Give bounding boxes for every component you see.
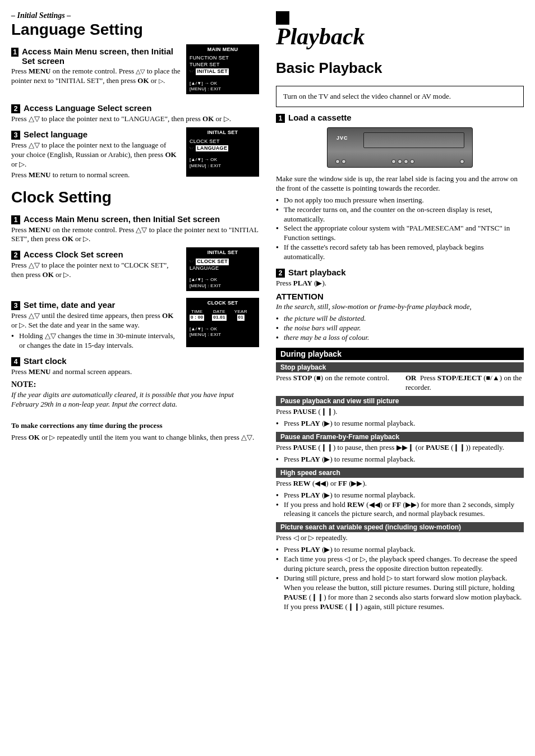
list-item: The recorder turns on, and the counter o… bbox=[276, 205, 524, 224]
corrections-heading: To make corrections any time during the … bbox=[11, 421, 259, 431]
step-number: 1 bbox=[276, 114, 285, 123]
attention-lead: In the search, still, slow-motion or fra… bbox=[276, 302, 524, 312]
step-title: Access Main Menu screen, then Initial Se… bbox=[22, 47, 181, 66]
step-title: Access Clock Set screen bbox=[24, 250, 123, 259]
heading-clock-setting: Clock Setting bbox=[11, 189, 259, 206]
section-marker-icon bbox=[276, 11, 289, 25]
vcr-illustration: JVC bbox=[327, 127, 473, 168]
step-title: Access Language Select screen bbox=[24, 103, 151, 113]
step-body: Press △▽ until the desired time appears,… bbox=[11, 311, 181, 330]
step-body: Press MENU and normal screen appears. bbox=[11, 367, 259, 377]
step-number: 3 bbox=[11, 131, 20, 140]
sub-bar: Picture search at variable speed (includ… bbox=[276, 522, 524, 532]
step-number: 2 bbox=[276, 269, 285, 278]
list-item: the picture will be distorted. bbox=[276, 314, 524, 324]
step-body: Make sure the window side is up, the rea… bbox=[276, 174, 524, 193]
body: Press REW (◀◀) or FF (▶▶). bbox=[276, 479, 524, 488]
left-column: – Initial Settings – Language Setting 1 … bbox=[11, 11, 259, 613]
step-title: Access Main Menu screen, then Initial Se… bbox=[24, 214, 220, 224]
body: Press ◁ or ▷ repeatedly. bbox=[276, 533, 524, 543]
step-title: Select language bbox=[24, 130, 87, 139]
note-body: If the year digits are automatically cle… bbox=[11, 390, 259, 409]
osd-initial-set-2: INITIAL SET ☞CLOCK SET LANGUAGE [▲/▼] → … bbox=[186, 247, 259, 291]
step-number: 4 bbox=[11, 357, 20, 366]
attention-heading: ATTENTION bbox=[276, 292, 524, 301]
step-number: 1 bbox=[11, 48, 19, 57]
info-box: Turn on the TV and select the video chan… bbox=[276, 86, 524, 107]
osd-clock-set: CLOCK SET TIME0 : 00 DATE01.01 YEAR01 [▲… bbox=[186, 298, 259, 347]
pointer-icon: ☞ bbox=[190, 145, 194, 152]
step-number: 2 bbox=[11, 251, 20, 260]
step-body: Press PLAY (▶). bbox=[276, 279, 524, 288]
list-item: Press PLAY (▶) to resume normal playback… bbox=[276, 491, 524, 500]
list-item: If you press and hold REW (◀◀) or FF (▶▶… bbox=[276, 500, 524, 519]
body: Press PAUSE (❙❙). bbox=[276, 407, 524, 417]
step-body: Press MENU on the remote control. Press … bbox=[11, 67, 181, 86]
list-item: Each time you press ◁ or ▷, the playback… bbox=[276, 555, 524, 574]
step-number: 1 bbox=[11, 215, 20, 224]
updown-icon: △▽ bbox=[136, 67, 145, 75]
step-number: 3 bbox=[11, 301, 20, 310]
step-title: Load a cassette bbox=[288, 113, 352, 122]
note-heading: NOTE: bbox=[11, 380, 259, 389]
heading-playback: Playback bbox=[276, 25, 524, 48]
step-title: Set time, date and year bbox=[24, 300, 115, 310]
list-item: Press PLAY (▶) to resume normal playback… bbox=[276, 545, 524, 555]
sub-bar: Pause and Frame-by-Frame playback bbox=[276, 432, 524, 442]
pointer-icon: ☞ bbox=[190, 259, 194, 265]
list-item: Do not apply too much pressure when inse… bbox=[276, 196, 524, 205]
sub-bar: High speed search bbox=[276, 468, 524, 478]
corrections-body: Press OK or ▷ repeatedly until the item … bbox=[11, 433, 259, 442]
heading-basic-playback: Basic Playback bbox=[276, 59, 524, 77]
osd-initial-set: INITIAL SET CLOCK SET ☞LANGUAGE [▲/▼] → … bbox=[186, 127, 259, 177]
step-title: Start clock bbox=[24, 356, 67, 366]
step-body: Press MENU to return to normal screen. bbox=[11, 170, 181, 180]
list-item: During still picture, press and hold ▷ t… bbox=[276, 574, 524, 612]
body: Press PAUSE (❙❙) to pause, then press ▶▶… bbox=[276, 443, 524, 453]
section-bar: During playback bbox=[276, 348, 524, 360]
step-body: Press △▽ to place the pointer next to "C… bbox=[11, 261, 181, 280]
list-item: Holding △▽ changes the time in 30-minute… bbox=[11, 331, 181, 351]
list-item: Select the appropriate colour system wit… bbox=[276, 224, 524, 243]
step-body: Press △▽ to place the pointer next to th… bbox=[11, 141, 181, 169]
breadcrumb: – Initial Settings – bbox=[11, 11, 259, 20]
list-item: If the cassette's record safety tab has … bbox=[276, 243, 524, 262]
step-body: Press MENU on the remote control. Press … bbox=[11, 225, 259, 245]
right-column: Playback Basic Playback Turn on the TV a… bbox=[276, 11, 524, 613]
heading-language-setting: Language Setting bbox=[11, 21, 259, 39]
step-body: Press △▽ to place the pointer next to "L… bbox=[11, 114, 259, 124]
body: OR Press STOP/EJECT (■/▲) on the recorde… bbox=[405, 374, 524, 393]
osd-main-menu: MAIN MENU FUNCTION SET TUNER SET ☞INITIA… bbox=[186, 44, 259, 95]
list-item: Press PLAY (▶) to resume normal playback… bbox=[276, 419, 524, 428]
pointer-icon: ☞ bbox=[190, 68, 194, 75]
list-item: the noise bars will appear. bbox=[276, 324, 524, 333]
right-icon: ▷ bbox=[159, 77, 163, 85]
list-item: there may be a loss of colour. bbox=[276, 333, 524, 343]
sub-bar: Pause playback and view still picture bbox=[276, 396, 524, 406]
step-number: 2 bbox=[11, 104, 20, 113]
sub-bar: Stop playback bbox=[276, 362, 524, 372]
step-title: Start playback bbox=[288, 268, 346, 277]
body: Press STOP (■) on the remote control. bbox=[276, 374, 394, 393]
list-item: Press PLAY (▶) to resume normal playback… bbox=[276, 455, 524, 464]
